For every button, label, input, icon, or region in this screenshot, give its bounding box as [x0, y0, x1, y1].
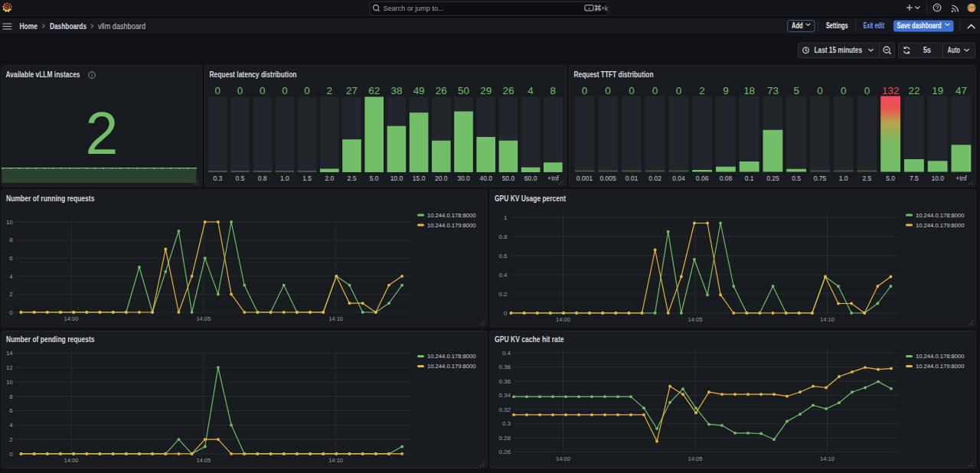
svg-text:5s: 5s [923, 46, 932, 54]
svg-text:0.75: 0.75 [814, 175, 827, 182]
svg-text:14:05: 14:05 [196, 457, 211, 464]
svg-text:Number of running requests: Number of running requests [6, 194, 95, 203]
svg-text:5.0: 5.0 [886, 175, 895, 182]
svg-text:0: 0 [676, 85, 681, 96]
svg-text:0.2: 0.2 [498, 291, 508, 298]
svg-text:2: 2 [327, 85, 332, 96]
svg-text:+k: +k [601, 4, 608, 12]
svg-text:0: 0 [215, 85, 220, 96]
svg-text:0.5: 0.5 [792, 175, 801, 182]
svg-text:0.4: 0.4 [498, 272, 508, 279]
svg-text:Settings: Settings [826, 21, 848, 30]
svg-text:2: 2 [699, 85, 704, 96]
svg-text:0.32: 0.32 [498, 406, 511, 413]
svg-text:5: 5 [793, 85, 799, 96]
svg-text:8: 8 [9, 236, 13, 243]
svg-text:14:00: 14:00 [556, 316, 570, 323]
svg-text:0.34: 0.34 [498, 392, 511, 399]
svg-text:0: 0 [629, 85, 634, 96]
svg-text:0.04: 0.04 [672, 175, 685, 182]
svg-text:4: 4 [9, 273, 13, 280]
svg-text:Available vLLM instaces: Available vLLM instaces [6, 70, 80, 79]
svg-text:47: 47 [956, 85, 967, 96]
svg-text:0: 0 [605, 85, 610, 96]
svg-text:Request latency distribution: Request latency distribution [210, 70, 297, 79]
svg-text:8: 8 [550, 85, 556, 96]
svg-text:22: 22 [908, 85, 920, 96]
svg-text:0.38: 0.38 [498, 364, 511, 370]
svg-text:1.0: 1.0 [280, 175, 289, 182]
svg-text:27: 27 [346, 85, 358, 96]
svg-text:9: 9 [723, 85, 728, 96]
svg-text:14:10: 14:10 [328, 457, 343, 464]
svg-text:18: 18 [743, 85, 755, 96]
svg-text:GPU KV cache hit rate: GPU KV cache hit rate [495, 335, 564, 344]
svg-text:10.244.0.179:8000: 10.244.0.179:8000 [916, 364, 965, 369]
svg-text:0: 0 [237, 85, 243, 96]
svg-text:8: 8 [9, 393, 13, 400]
svg-text:0: 0 [260, 85, 265, 96]
svg-text:14:00: 14:00 [64, 315, 79, 322]
svg-text:14:05: 14:05 [196, 315, 211, 322]
svg-text:2: 2 [86, 100, 119, 166]
svg-text:2.5: 2.5 [862, 175, 871, 182]
svg-text:30.0: 30.0 [457, 175, 470, 182]
svg-text:2: 2 [9, 436, 13, 443]
svg-text:15.0: 15.0 [413, 175, 426, 182]
svg-text:0.8: 0.8 [498, 233, 508, 240]
svg-text:0.8: 0.8 [258, 175, 267, 182]
svg-text:29: 29 [480, 85, 492, 96]
svg-text:Exit edit: Exit edit [864, 21, 885, 30]
svg-text:0.5: 0.5 [236, 175, 245, 182]
svg-text:0.26: 0.26 [498, 449, 511, 455]
svg-text:2.5: 2.5 [348, 175, 357, 182]
svg-text:0: 0 [282, 85, 287, 96]
svg-text:14:00: 14:00 [556, 455, 570, 462]
svg-text:10.244.0.179:8000: 10.244.0.179:8000 [427, 364, 476, 369]
svg-text:0: 0 [582, 85, 587, 96]
svg-text:7.5: 7.5 [910, 175, 919, 182]
svg-text:0.3: 0.3 [213, 175, 222, 182]
svg-text:5.0: 5.0 [370, 175, 379, 182]
svg-text:4: 4 [528, 85, 534, 96]
svg-text:0.08: 0.08 [720, 175, 733, 182]
svg-text:10.244.0.178:8000: 10.244.0.178:8000 [427, 213, 476, 218]
svg-text:Last 15 minutes: Last 15 minutes [815, 46, 863, 54]
svg-text:2.0: 2.0 [325, 175, 334, 182]
svg-text:0.4: 0.4 [502, 350, 511, 357]
svg-text:0.001: 0.001 [577, 175, 593, 182]
svg-text:4: 4 [9, 422, 13, 429]
svg-text:10: 10 [6, 219, 13, 226]
svg-text:60.0: 60.0 [524, 175, 537, 182]
svg-text:0: 0 [652, 85, 658, 96]
svg-text:+Inf: +Inf [956, 175, 967, 182]
svg-text:0.28: 0.28 [498, 435, 511, 442]
svg-text:14:10: 14:10 [328, 315, 343, 322]
svg-text:50.0: 50.0 [502, 175, 515, 182]
svg-text:6: 6 [9, 255, 13, 262]
svg-text:0.36: 0.36 [498, 378, 511, 385]
svg-text:132: 132 [882, 85, 899, 96]
svg-text:14:00: 14:00 [64, 457, 79, 464]
svg-text:14:10: 14:10 [820, 455, 835, 462]
svg-text:10.0: 10.0 [931, 175, 944, 182]
svg-text:Dashboards: Dashboards [50, 21, 87, 31]
svg-text:Add: Add [792, 21, 803, 30]
svg-text:14:05: 14:05 [688, 455, 703, 462]
svg-text:40.0: 40.0 [479, 175, 492, 182]
svg-text:0: 0 [841, 85, 846, 96]
svg-text:Home: Home [20, 21, 38, 31]
svg-text:14: 14 [6, 350, 13, 357]
svg-text:0.25: 0.25 [766, 175, 779, 182]
svg-text:50: 50 [458, 85, 469, 96]
svg-text:1: 1 [504, 214, 508, 221]
svg-text:0.01: 0.01 [626, 175, 639, 182]
svg-text:12: 12 [6, 364, 13, 371]
svg-text:38: 38 [390, 85, 402, 96]
svg-text:0.1: 0.1 [745, 175, 754, 182]
svg-text:62: 62 [368, 85, 380, 96]
svg-text:Request TTFT distribution: Request TTFT distribution [574, 70, 654, 79]
svg-text:10: 10 [6, 379, 13, 386]
svg-text:Search or jump to...: Search or jump to... [384, 4, 444, 12]
svg-text:GPU KV Usage percent: GPU KV Usage percent [495, 194, 567, 203]
